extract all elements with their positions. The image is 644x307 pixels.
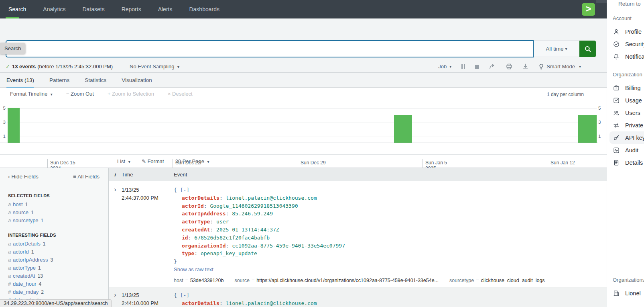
json-key[interactable]: actorDetails — [182, 300, 219, 306]
return-to-link[interactable]: Return to — [618, 1, 641, 7]
panel-item-profile[interactable]: Profile — [607, 25, 644, 38]
field-item-createdAt[interactable]: acreatedAt13 — [8, 273, 43, 279]
y-tick-label: 3 — [598, 120, 601, 125]
field-item-date_hour[interactable]: #date_hour4 — [8, 281, 41, 287]
export-button[interactable] — [522, 63, 528, 70]
panel-item-billing[interactable]: Billing — [607, 82, 644, 94]
field-type-prefix: a — [8, 249, 13, 255]
field-name: date_mday — [13, 289, 39, 295]
job-menu[interactable]: Job▾ — [438, 63, 451, 70]
timeline-bar[interactable] — [394, 115, 412, 143]
json-collapse-toggle[interactable]: [-] — [180, 187, 189, 193]
splunk-logo[interactable]: > — [582, 3, 595, 16]
timeline-bar[interactable] — [578, 115, 597, 143]
timeline-bar[interactable] — [8, 108, 20, 143]
zoom-out-button[interactable]: − Zoom Out — [66, 91, 94, 97]
pause-button[interactable] — [461, 64, 465, 69]
tab-label: Patterns — [49, 77, 69, 83]
field-item-actorDetails[interactable]: aactorDetails1 — [8, 241, 45, 247]
panel-item-users[interactable]: Users — [607, 106, 644, 119]
expand-event-toggle[interactable]: › — [109, 186, 122, 284]
format-timeline-menu[interactable]: Format Timeline ▾ — [10, 91, 53, 97]
all-fields-button[interactable]: ≡ All Fields — [73, 174, 100, 180]
panel-item-usage[interactable]: Usage — [607, 94, 644, 106]
json-key[interactable]: actorId — [182, 203, 204, 209]
tab-statistics[interactable]: Statistics — [85, 73, 106, 88]
search-submit-button[interactable] — [579, 41, 596, 57]
time-range-picker[interactable]: All time ▾ — [534, 41, 579, 57]
json-key[interactable]: createdAt — [182, 227, 210, 233]
field-item-host[interactable]: ahost1 — [8, 201, 28, 207]
field-item-source[interactable]: asource1 — [8, 209, 34, 215]
json-collapse-toggle[interactable]: [-] — [180, 292, 189, 298]
nav-tab-datasets[interactable]: Datasets — [74, 0, 113, 18]
nav-tab-alerts[interactable]: Alerts — [150, 0, 181, 18]
chevron-left-icon: ‹ — [8, 174, 10, 180]
print-button[interactable] — [506, 63, 512, 70]
field-item-date_mday[interactable]: #date_mday2 — [8, 289, 44, 295]
x-icon: × — [168, 91, 171, 97]
tab-visualization[interactable]: Visualization — [122, 73, 152, 88]
nav-tab-dashboards[interactable]: Dashboards — [181, 0, 228, 18]
meta-sourcetype[interactable]: sourcetype=clickhouse_cloud_audit_logs — [449, 278, 545, 283]
json-key[interactable]: actorIpAddress — [182, 211, 226, 217]
nav-tab-reports[interactable]: Reports — [113, 0, 150, 18]
field-item-actorId[interactable]: aactorId1 — [8, 249, 34, 255]
json-value[interactable]: 2025-01-13T14:44:37Z — [216, 227, 279, 233]
meta-source[interactable]: source=https://api.clickhouse.cloud/v1/o… — [234, 278, 439, 283]
field-item-actorType[interactable]: aactorType1 — [8, 265, 41, 271]
json-key[interactable]: id — [182, 235, 188, 241]
list-view-menu[interactable]: List ▾ — [117, 158, 130, 164]
panel-item-audit[interactable]: Audit — [607, 144, 644, 156]
json-value[interactable]: openapi_key_update — [201, 250, 257, 256]
json-value[interactable]: 678526d582c1f20fac4babfb — [194, 235, 270, 241]
hide-fields-button[interactable]: ‹ Hide Fields — [8, 174, 39, 180]
deselect-label: Deselect — [172, 91, 193, 97]
meta-host[interactable]: host=53de4339120b — [174, 278, 223, 283]
json-value[interactable]: 85.246.59.249 — [232, 211, 273, 217]
results-display-controls: List ▾ ✎ Format 20 Per Page ▾ — [0, 154, 607, 168]
json-key[interactable]: actorType — [182, 219, 210, 225]
field-type-prefix: a — [8, 273, 13, 279]
tab-patterns[interactable]: Patterns — [49, 73, 69, 88]
json-value[interactable]: Google_114602629918513043390 — [210, 203, 298, 209]
show-raw-text-link[interactable]: Show as raw text — [174, 266, 607, 272]
zoom-to-selection-button[interactable]: + Zoom to Selection — [108, 91, 154, 97]
field-count: 1 — [31, 249, 34, 255]
json-value[interactable]: user — [216, 219, 229, 225]
format-results-menu[interactable]: ✎ Format — [142, 158, 164, 164]
field-item-sourcetype[interactable]: asourcetype1 — [8, 217, 43, 223]
share-button[interactable] — [489, 63, 496, 70]
field-item-actorIpAddress[interactable]: aactorIpAddress3 — [8, 257, 53, 263]
panel-item-organization-lionel[interactable]: Lionel — [607, 287, 644, 299]
field-type-prefix: a — [8, 209, 13, 215]
field-type-prefix: # — [8, 281, 13, 287]
nav-tab-search[interactable]: Search — [0, 0, 35, 18]
search-mode-menu[interactable]: Smart Mode ▾ — [538, 63, 581, 70]
panel-item-details[interactable]: Details — [607, 156, 644, 169]
json-key[interactable]: type — [182, 250, 194, 256]
deselect-button[interactable]: × Deselect — [168, 91, 193, 97]
panel-item-private-endpoints[interactable]: Private endpoints — [607, 119, 644, 131]
event-sampling-menu[interactable]: No Event Sampling ▾ — [130, 63, 179, 70]
organization-section-items: Billing Usage Users Private endpoints AP… — [607, 82, 644, 169]
json-value[interactable]: lionel.palacin@clickhouse.com — [226, 195, 317, 201]
stop-button[interactable] — [475, 65, 479, 69]
interesting-fields-title: INTERESTING FIELDS — [8, 233, 56, 237]
tab-events[interactable]: Events (13) — [6, 73, 34, 88]
nav-tab-analytics[interactable]: Analytics — [35, 0, 74, 18]
per-page-menu[interactable]: 20 Per Page ▾ — [175, 158, 209, 164]
json-value[interactable]: cc1092aa-8775-459e-9401-33e54ec07997 — [232, 243, 345, 249]
users-icon — [613, 109, 620, 117]
panel-item-api-keys[interactable]: API keys — [609, 131, 644, 144]
json-key[interactable]: actorDetails — [182, 195, 219, 201]
json-key[interactable]: organizationId — [182, 243, 226, 249]
json-value[interactable]: lionel.palacin@clickhouse.com — [226, 300, 317, 306]
events-table-header: i Time Event — [109, 168, 607, 181]
field-count: 1 — [25, 202, 28, 207]
field-type-prefix: a — [8, 241, 13, 247]
panel-item-security[interactable]: Security — [607, 38, 644, 50]
organization-section-title: Organization — [613, 72, 642, 78]
search-query-input[interactable]: * — [6, 40, 534, 57]
panel-item-notifications[interactable]: Notifications — [607, 50, 644, 63]
